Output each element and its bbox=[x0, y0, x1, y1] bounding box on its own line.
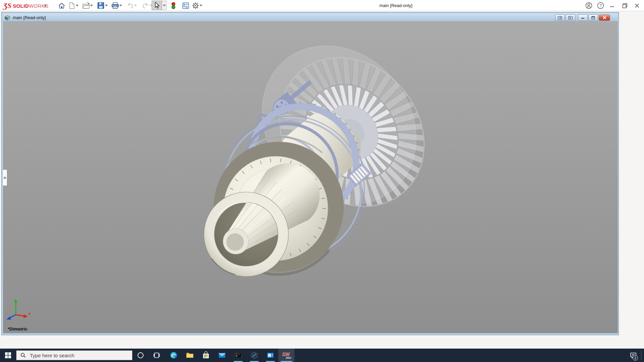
svg-text:2021: 2021 bbox=[286, 356, 291, 359]
selection-filter-icon bbox=[171, 2, 176, 9]
pane-right-icon bbox=[568, 16, 573, 19]
taskbar-app-remote-window[interactable] bbox=[262, 349, 278, 362]
dropdown-caret-icon bbox=[105, 5, 108, 6]
task-view-icon bbox=[153, 352, 160, 358]
close-button[interactable] bbox=[632, 1, 642, 10]
taskbar-app-command-prompt[interactable]: C:\ bbox=[230, 349, 246, 362]
engine-model-render[interactable] bbox=[3, 21, 618, 333]
help-icon: ? bbox=[597, 2, 604, 9]
close-icon bbox=[635, 3, 639, 8]
restore-button[interactable] bbox=[620, 1, 630, 10]
app-title: main [Read-only] bbox=[379, 3, 412, 8]
select-tool-button[interactable] bbox=[152, 1, 162, 10]
dropdown-caret-icon bbox=[134, 5, 137, 6]
home-icon bbox=[58, 2, 65, 9]
search-placeholder: Type here to search bbox=[30, 353, 74, 358]
gear-icon bbox=[192, 2, 199, 9]
taskbar-search-input[interactable]: Type here to search bbox=[16, 350, 132, 360]
svg-text:?: ? bbox=[599, 3, 602, 8]
view-orientation-label: *Dimetric bbox=[8, 326, 28, 331]
doc-pane-left-button[interactable] bbox=[555, 14, 565, 21]
restore-icon bbox=[622, 3, 628, 8]
taskbar-app-file-explorer[interactable] bbox=[182, 349, 198, 362]
undo-dropdown[interactable] bbox=[133, 1, 138, 10]
save-icon bbox=[97, 2, 104, 9]
brand-bold: SOLID bbox=[13, 3, 29, 9]
windows-logo-icon bbox=[5, 352, 11, 358]
doc-restore-icon bbox=[591, 16, 595, 19]
doc-minimize-icon bbox=[581, 16, 585, 19]
orientation-triad: x bbox=[4, 298, 35, 323]
graphics-viewport[interactable]: x *Dimetric bbox=[3, 21, 618, 333]
svg-text:C:\: C:\ bbox=[236, 353, 240, 356]
show-desktop-button[interactable] bbox=[641, 350, 641, 360]
doc-close-icon bbox=[603, 16, 606, 19]
doc-minimize-button[interactable] bbox=[578, 14, 588, 21]
taskbar-app-microsoft-store[interactable] bbox=[198, 349, 214, 362]
account-icon bbox=[585, 2, 592, 9]
minimize-button[interactable] bbox=[607, 1, 617, 10]
solidworks-logo: ƷS SOLIDWORKS bbox=[3, 1, 49, 10]
options-dropdown[interactable] bbox=[199, 1, 203, 10]
document-window-controls bbox=[554, 14, 610, 21]
account-button[interactable] bbox=[584, 1, 594, 10]
help-button[interactable]: ? bbox=[595, 1, 605, 10]
open-dropdown[interactable] bbox=[89, 1, 94, 10]
document-titlebar[interactable]: main [Read-only] bbox=[3, 13, 618, 22]
taskbar-app-dev-hexagon[interactable] bbox=[246, 349, 262, 362]
taskbar-app-solidworks-2021[interactable]: SW2021 bbox=[278, 349, 294, 362]
start-button[interactable] bbox=[0, 349, 16, 362]
toolbar-flyout-arrow[interactable] bbox=[43, 1, 48, 10]
app-titlebar: ƷS SOLIDWORKS bbox=[0, 0, 644, 11]
document-title: main [Read-only] bbox=[13, 15, 46, 20]
select-tool-dropdown[interactable] bbox=[162, 1, 167, 10]
document-window: main [Read-only] bbox=[1, 12, 619, 335]
command-manager-button[interactable] bbox=[181, 1, 190, 10]
dropdown-caret-icon bbox=[76, 5, 78, 6]
dropdown-caret-icon bbox=[163, 5, 166, 6]
print-dropdown[interactable] bbox=[118, 1, 123, 10]
open-icon bbox=[82, 2, 90, 9]
dropdown-caret-icon bbox=[200, 5, 202, 6]
flyout-arrow-icon bbox=[44, 4, 47, 8]
windows-taskbar: Type here to search C:\SW2021 SW bbox=[0, 349, 644, 362]
undo-icon bbox=[126, 3, 134, 9]
dropdown-caret-icon bbox=[90, 5, 93, 6]
dropdown-caret-icon bbox=[119, 5, 122, 6]
tab-grip-dot bbox=[4, 177, 6, 179]
command-manager-icon bbox=[182, 2, 189, 9]
home-button[interactable] bbox=[57, 1, 66, 10]
notification-badge: 2 bbox=[633, 355, 638, 361]
search-icon bbox=[20, 353, 26, 358]
new-document-dropdown[interactable] bbox=[75, 1, 79, 10]
selection-filter-button[interactable] bbox=[169, 1, 178, 10]
triad-x-label: x bbox=[29, 311, 31, 315]
doc-restore-button[interactable] bbox=[588, 14, 598, 21]
assembly-icon bbox=[5, 15, 10, 20]
pane-left-icon bbox=[558, 16, 562, 19]
select-cursor-icon bbox=[154, 2, 160, 9]
save-dropdown[interactable] bbox=[104, 1, 108, 10]
feature-tree-collapsed-tab[interactable] bbox=[3, 170, 7, 186]
cortana-button[interactable] bbox=[132, 349, 149, 362]
new-document-icon bbox=[68, 2, 75, 9]
solidworks-logo-glyph: ƷS bbox=[3, 1, 11, 10]
print-icon bbox=[111, 2, 119, 9]
redo-icon bbox=[142, 3, 149, 9]
cortana-icon bbox=[137, 352, 144, 359]
minimize-icon bbox=[610, 3, 614, 8]
taskbar-app-mail[interactable] bbox=[214, 349, 230, 362]
task-view-button[interactable] bbox=[149, 349, 165, 362]
taskbar-app-edge[interactable] bbox=[166, 349, 182, 362]
doc-close-button[interactable] bbox=[599, 14, 610, 21]
doc-pane-right-button[interactable] bbox=[566, 14, 575, 21]
